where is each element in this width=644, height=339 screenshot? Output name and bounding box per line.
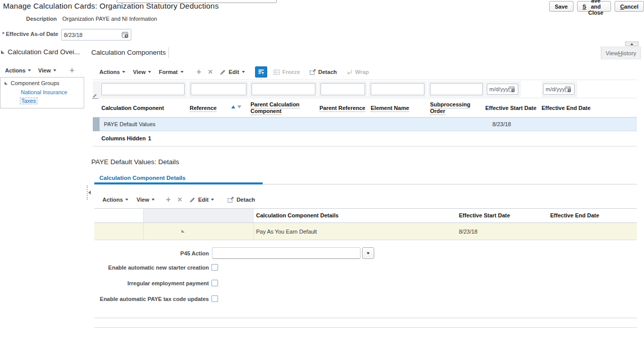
chevron-down-icon <box>125 199 128 201</box>
page-title: Manage Calculation Cards: Organization S… <box>3 2 219 10</box>
left-view-menu[interactable]: View <box>38 67 56 73</box>
chevron-down-icon <box>367 252 370 254</box>
effective-as-of-date-field[interactable] <box>61 29 131 41</box>
chevron-up-icon <box>630 43 633 45</box>
details-actions-menu[interactable]: Actions <box>102 197 128 203</box>
details-view-menu[interactable]: View <box>136 197 155 203</box>
filter-effective-start-date[interactable]: m/d/yyy <box>487 84 518 95</box>
cancel-button[interactable]: Cancel <box>615 1 644 12</box>
col-details-effective-end-date[interactable]: Effective End Date <box>550 212 599 219</box>
query-by-example-button[interactable] <box>255 66 267 78</box>
wrap-button[interactable]: Wrap <box>346 69 369 76</box>
irregular-employment-checkbox[interactable] <box>211 280 218 286</box>
component-groups-tree: Component Groups National Insurance Taxe… <box>0 77 84 108</box>
pencil-icon <box>189 197 196 203</box>
add-icon[interactable]: + <box>69 66 74 74</box>
tab-calculation-component-details[interactable]: Calculation Component Details <box>99 175 186 181</box>
col-effective-end-date[interactable]: Effective End Date <box>542 105 591 111</box>
add-row-icon[interactable]: + <box>197 68 201 76</box>
col-subprocessing-order[interactable]: Subprocessing Order <box>430 101 477 115</box>
col-parent-reference[interactable]: Parent Reference <box>319 105 366 111</box>
col-details-effective-start-date[interactable]: Effective Start Date <box>459 212 510 219</box>
tree-root-component-groups[interactable]: Component Groups <box>11 80 59 86</box>
components-format-menu[interactable]: Format <box>159 69 183 75</box>
cell-detail-name: Pay As You Earn Default <box>256 229 317 235</box>
calculation-components-title: Calculation Components <box>91 49 166 56</box>
components-view-menu[interactable]: View <box>133 69 151 75</box>
row-header-cell[interactable] <box>93 118 99 131</box>
components-actions-menu[interactable]: Actions <box>99 69 125 75</box>
left-actions-menu[interactable]: Actions <box>5 67 31 73</box>
cell-detail-effective-start-date: 8/23/18 <box>459 229 478 235</box>
filter-calculation-component[interactable] <box>101 83 185 95</box>
add-row-icon[interactable]: + <box>166 196 170 204</box>
col-element-name[interactable]: Element Name <box>371 105 409 111</box>
calendar-icon[interactable] <box>121 31 129 39</box>
freeze-button[interactable]: Freeze <box>273 69 300 76</box>
save-button[interactable]: Save <box>549 1 574 12</box>
manage-calculation-cards-page: Manage Calculation Cards: Organization S… <box>0 0 644 339</box>
sort-descending-icon[interactable] <box>237 105 241 108</box>
cell-effective-start-date: 8/23/18 <box>492 121 511 127</box>
p45-action-combobox[interactable] <box>212 247 361 259</box>
calendar-icon[interactable] <box>564 86 571 93</box>
p45-action-dropdown-button[interactable] <box>362 247 374 259</box>
focus-indicator <box>168 48 169 58</box>
filter-parent-calculation-component[interactable] <box>252 83 315 95</box>
filter-effective-end-date[interactable]: m/d/yyy <box>543 84 575 95</box>
effective-as-of-date-input[interactable] <box>64 32 121 38</box>
pane-splitter-handle[interactable] <box>87 185 91 200</box>
details-row-divider <box>254 223 254 240</box>
col-reference[interactable]: Reference <box>190 105 217 111</box>
save-and-close-button[interactable]: Save and Close <box>577 1 611 12</box>
detach-button[interactable]: Detach <box>309 69 337 76</box>
chevron-down-icon <box>53 69 56 71</box>
cell-calculation-component: PAYE Default Values <box>104 121 156 127</box>
delete-row-icon[interactable]: ✕ <box>208 68 213 76</box>
col-calculation-component[interactable]: Calculation Component <box>101 105 164 111</box>
row-expand-icon[interactable] <box>182 230 185 233</box>
pencil-icon <box>220 69 226 76</box>
wrap-icon <box>346 69 352 76</box>
tree-expand-icon[interactable] <box>5 82 8 85</box>
collapse-triangle-icon[interactable] <box>1 50 5 54</box>
chevron-down-icon <box>181 71 184 73</box>
view-history-button[interactable]: View History <box>601 47 641 59</box>
details-edit-menu[interactable]: Edit <box>189 197 214 203</box>
components-edit-menu[interactable]: Edit <box>220 69 245 76</box>
sort-ascending-icon[interactable] <box>231 105 235 108</box>
tree-item-national-insurance[interactable]: National Insurance <box>21 89 67 95</box>
enable-paye-updates-checkbox[interactable] <box>211 295 218 302</box>
details-detach-button[interactable]: Detach <box>227 197 255 203</box>
active-tab-underline <box>94 182 263 184</box>
detach-icon <box>309 69 316 76</box>
col-parent-calculation-component[interactable]: Parent Calculation Component <box>251 101 312 115</box>
chevron-down-icon <box>28 69 31 71</box>
chevron-left-icon <box>88 191 91 195</box>
table-row[interactable]: PAYE Default Values 8/23/18 <box>93 118 637 131</box>
details-table-row[interactable]: Pay As You Earn Default 8/23/18 <box>94 223 637 240</box>
freeze-grid-icon <box>273 69 280 76</box>
col-calculation-component-details[interactable]: Calculation Component Details <box>256 212 339 219</box>
required-marker: * <box>2 31 4 37</box>
irregular-employment-label: Irregular employment payment <box>94 280 209 286</box>
calendar-icon[interactable] <box>508 86 515 93</box>
col-effective-start-date[interactable]: Effective Start Date <box>485 105 536 111</box>
enable-new-starter-label: Enable automatic new starter creation <box>94 265 209 271</box>
detach-icon <box>227 197 234 203</box>
details-row-divider <box>143 223 144 240</box>
details-section-title: PAYE Default Values: Details <box>91 158 179 166</box>
enable-new-starter-checkbox[interactable] <box>211 264 218 271</box>
columns-hidden-count: 1 <box>148 135 151 142</box>
filter-element-name[interactable] <box>371 83 424 95</box>
filter-parent-reference[interactable] <box>320 83 365 95</box>
filter-reference[interactable] <box>191 83 246 95</box>
chevron-down-icon <box>122 71 125 73</box>
p45-action-label: P45 Action <box>94 250 209 256</box>
filter-subprocessing-order[interactable] <box>430 83 483 95</box>
calculation-card-overview-title: Calculation Card Ovei... <box>8 48 80 56</box>
collapse-pane-button[interactable] <box>625 42 638 46</box>
effective-as-of-date-label: Effective As-of Date <box>6 31 58 37</box>
delete-row-icon[interactable]: ✕ <box>177 196 183 203</box>
tree-item-taxes[interactable]: Taxes <box>20 97 38 104</box>
